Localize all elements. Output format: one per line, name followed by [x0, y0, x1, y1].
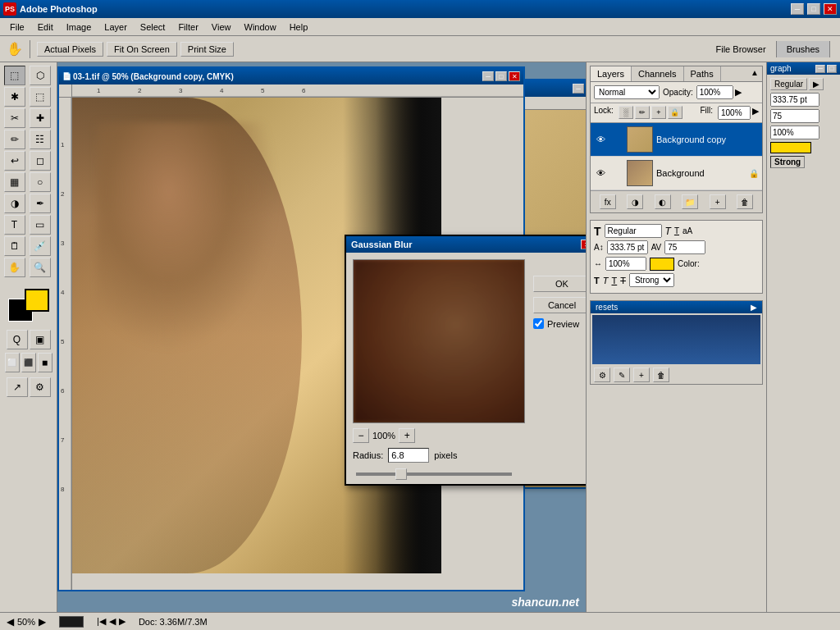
print-size-button[interactable]: Print Size [180, 42, 234, 57]
standard-mode-btn[interactable]: Q [7, 330, 28, 349]
t-underline[interactable]: T [611, 276, 617, 285]
narrow-minimize[interactable]: ─ [815, 65, 825, 73]
narrow-size[interactable] [770, 93, 819, 107]
layers-panel-options[interactable]: ▲ [747, 66, 762, 81]
brushes-tab[interactable]: Brushes [777, 41, 830, 57]
close-button[interactable]: ✕ [824, 3, 837, 15]
kerning-input[interactable] [664, 240, 705, 254]
extra-tool-btn[interactable]: ⚙ [30, 377, 51, 397]
zoom-out-btn[interactable]: − [353, 428, 369, 443]
t-italic[interactable]: T [603, 276, 609, 285]
prev-btn[interactable]: ◀ [7, 616, 14, 628]
status-image-thumb[interactable] [59, 616, 84, 628]
text-color-swatch[interactable] [650, 258, 674, 271]
tracking-input[interactable] [605, 257, 646, 271]
radius-slider[interactable] [356, 472, 512, 476]
tool-slice[interactable]: ✂ [4, 108, 25, 128]
main-doc-close[interactable]: ✕ [509, 71, 520, 81]
menu-layer[interactable]: Layer [98, 21, 134, 34]
menu-view[interactable]: View [205, 21, 238, 34]
tab-paths[interactable]: Paths [684, 66, 721, 81]
lock-transparent-btn[interactable]: ░ [619, 106, 633, 119]
extra-icon-1[interactable]: ⚙ [594, 368, 610, 382]
tool-zoom[interactable]: 🔍 [30, 258, 51, 277]
tool-crop[interactable]: ⬚ [30, 87, 51, 107]
tool-type[interactable]: T [4, 215, 25, 235]
extra-panel-arrow[interactable]: ▶ [751, 303, 757, 312]
fill-input[interactable] [718, 106, 751, 120]
tool-clone[interactable]: ☷ [30, 130, 51, 149]
add-mask-btn[interactable]: ◑ [627, 194, 643, 209]
tool-pen[interactable]: ✒ [30, 194, 51, 213]
cancel-button[interactable]: Cancel [533, 297, 586, 313]
font-size-input[interactable] [607, 240, 648, 254]
fill-arrow[interactable]: ▶ [752, 106, 759, 120]
layer-item-background-copy[interactable]: 👁 Background copy [591, 123, 762, 157]
tool-magic-wand[interactable]: ✱ [4, 87, 25, 107]
narrow-size2[interactable] [770, 109, 819, 123]
extra-icon-2[interactable]: ✎ [614, 368, 630, 382]
tool-blur[interactable]: ○ [30, 172, 51, 192]
font-name-input[interactable] [605, 224, 662, 238]
lock-image-btn[interactable]: ✏ [635, 106, 650, 119]
tool-dodge[interactable]: ◑ [4, 194, 25, 213]
color-swatches[interactable] [8, 289, 49, 322]
main-doc-restore[interactable]: □ [495, 71, 507, 81]
tool-notes[interactable]: 🗒 [4, 236, 25, 256]
lock-position-btn[interactable]: + [651, 106, 666, 119]
layer-eye-icon-copy[interactable]: 👁 [594, 133, 607, 146]
gaussian-blur-preview[interactable] [353, 259, 525, 423]
t-bold[interactable]: T [594, 276, 600, 285]
jump-to-imageready[interactable]: ↗ [7, 377, 28, 397]
quick-mask-btn[interactable]: ▣ [30, 330, 51, 349]
preview-checkbox[interactable] [533, 318, 544, 329]
screen-mode-2[interactable]: ⬛ [21, 353, 36, 372]
narrow-maximize[interactable]: □ [827, 65, 837, 73]
next-btn[interactable]: ▶ [39, 616, 46, 628]
restore-button[interactable]: □ [807, 3, 820, 15]
tab-channels[interactable]: Channels [632, 66, 683, 81]
opacity-arrow[interactable]: ▶ [735, 87, 742, 98]
narrow-tracking[interactable] [770, 126, 819, 139]
extra-icon-3[interactable]: + [633, 368, 650, 382]
menu-filter[interactable]: Filter [171, 21, 204, 34]
opacity-input[interactable] [696, 85, 733, 99]
file-browser-tab[interactable]: File Browser [706, 41, 777, 57]
tool-marquee[interactable]: ⬚ [4, 66, 25, 85]
narrow-arrow[interactable]: ▶ [809, 78, 824, 90]
tool-lasso[interactable]: ⬡ [30, 66, 51, 85]
page-prev[interactable]: ◀ [109, 616, 116, 627]
narrow-color-swatch[interactable] [770, 142, 811, 153]
tab-layers[interactable]: Layers [591, 66, 632, 81]
delete-layer-btn[interactable]: 🗑 [737, 194, 753, 209]
tool-hand[interactable]: ✋ [4, 258, 25, 277]
fit-on-screen-button[interactable]: Fit On Screen [107, 42, 177, 57]
menu-window[interactable]: Window [238, 21, 283, 34]
new-layer-btn[interactable]: + [710, 194, 726, 209]
menu-help[interactable]: Help [283, 21, 315, 34]
screen-mode-3[interactable]: ◼ [38, 353, 52, 372]
menu-image[interactable]: Image [60, 21, 98, 34]
zoom-in-btn[interactable]: + [399, 428, 415, 443]
page-first[interactable]: |◀ [97, 616, 106, 627]
anti-alias-select[interactable]: Strong Smooth Crisp [629, 273, 674, 287]
layer-mode-select[interactable]: Normal Multiply Screen [594, 85, 660, 99]
page-next[interactable]: ▶ [119, 616, 126, 627]
tool-eraser[interactable]: ◻ [30, 151, 51, 171]
layer-eye-icon-bg[interactable]: 👁 [594, 167, 607, 180]
adjustment-layer-btn[interactable]: ◐ [655, 194, 671, 209]
ok-button[interactable]: OK [533, 276, 586, 292]
tool-heal[interactable]: ✚ [30, 108, 51, 128]
t-strikethrough[interactable]: T [620, 276, 626, 285]
gaussian-blur-close[interactable]: ✕ [581, 240, 586, 249]
radius-input[interactable] [388, 448, 429, 463]
foreground-color-swatch[interactable] [25, 289, 49, 312]
menu-file[interactable]: File [3, 21, 31, 34]
tool-shape[interactable]: ▭ [30, 215, 51, 235]
screen-mode-1[interactable]: ⬜ [5, 353, 20, 372]
minimize-button[interactable]: ─ [791, 3, 804, 15]
tool-brush[interactable]: ✏ [4, 130, 25, 149]
tool-history-brush[interactable]: ↩ [4, 151, 25, 171]
main-doc-minimize[interactable]: ─ [482, 71, 494, 81]
bg-doc-minimize[interactable]: ─ [573, 84, 584, 94]
